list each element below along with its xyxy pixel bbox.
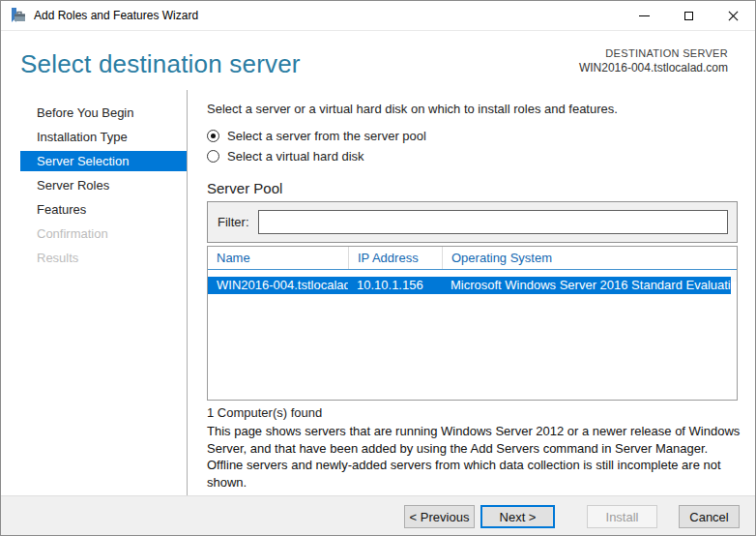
minimize-button[interactable] xyxy=(622,1,666,31)
destination-server-label: DESTINATION SERVER xyxy=(579,47,728,59)
server-pool-table: Name IP Address Operating System WIN2016… xyxy=(207,246,738,401)
sidebar-item-results: Results xyxy=(20,248,187,268)
computers-found-count: 1 Computer(s) found xyxy=(207,405,322,420)
radio-unselected-icon[interactable] xyxy=(207,150,219,163)
title-bar: Add Roles and Features Wizard xyxy=(1,1,755,31)
page-title: Select destination server xyxy=(20,49,301,79)
sidebar-item-before-you-begin[interactable]: Before You Begin xyxy=(20,103,187,123)
table-row-selected-server[interactable]: WIN2016-004.tstlocalad.... 10.10.1.156 M… xyxy=(208,277,731,294)
sidebar-item-server-roles[interactable]: Server Roles xyxy=(20,175,187,195)
cell-server-ip: 10.10.1.156 xyxy=(348,277,442,294)
radio-select-virtual-hard-disk[interactable]: Select a virtual hard disk xyxy=(207,149,364,164)
filter-label: Filter: xyxy=(218,215,249,229)
sidebar-item-features[interactable]: Features xyxy=(20,199,187,220)
destination-block: DESTINATION SERVER WIN2016-004.tstlocala… xyxy=(579,47,728,74)
cancel-button[interactable]: Cancel xyxy=(679,505,740,528)
cell-server-name: WIN2016-004.tstlocalad.... xyxy=(208,277,348,294)
cell-server-os: Microsoft Windows Server 2016 Standard E… xyxy=(442,277,731,294)
minimize-icon xyxy=(639,15,650,16)
filter-input[interactable] xyxy=(258,210,729,234)
radio-select-server-pool[interactable]: Select a server from the server pool xyxy=(207,129,426,143)
close-button[interactable] xyxy=(711,1,755,31)
page-note: This page shows servers that are running… xyxy=(207,423,741,491)
radio-label: Select a virtual hard disk xyxy=(227,149,364,164)
sidebar-item-confirmation: Confirmation xyxy=(20,223,187,244)
maximize-icon xyxy=(684,12,693,20)
page-description: Select a server or a virtual hard disk o… xyxy=(207,102,739,116)
column-header-ip-address[interactable]: IP Address xyxy=(348,247,442,269)
wizard-window: Add Roles and Features Wizard Select des… xyxy=(0,0,756,536)
radio-label: Select a server from the server pool xyxy=(227,129,426,143)
wizard-steps-sidebar: Before You Begin Installation Type Serve… xyxy=(1,103,187,272)
sidebar-item-server-selection[interactable]: Server Selection xyxy=(20,151,187,171)
install-button: Install xyxy=(587,505,657,528)
window-title: Add Roles and Features Wizard xyxy=(34,9,198,22)
radio-selected-icon[interactable] xyxy=(207,130,219,142)
previous-button[interactable]: < Previous xyxy=(404,505,475,528)
destination-server-value: WIN2016-004.tstlocalad.com xyxy=(579,61,728,74)
server-pool-heading: Server Pool xyxy=(207,180,282,196)
close-icon xyxy=(727,10,740,22)
column-header-name[interactable]: Name xyxy=(208,247,348,269)
server-manager-icon xyxy=(11,8,26,23)
sidebar-item-installation-type[interactable]: Installation Type xyxy=(20,127,187,147)
table-header-row: Name IP Address Operating System xyxy=(208,247,737,270)
scrollbar-gutter xyxy=(731,270,737,282)
filter-box: Filter: xyxy=(207,201,738,243)
sidebar-divider xyxy=(187,90,188,497)
maximize-button[interactable] xyxy=(666,1,711,31)
column-header-operating-system[interactable]: Operating System xyxy=(442,247,737,269)
next-button[interactable]: Next > xyxy=(480,505,555,528)
footer-bar: < Previous Next > Install Cancel xyxy=(1,495,755,535)
window-controls xyxy=(622,1,755,31)
